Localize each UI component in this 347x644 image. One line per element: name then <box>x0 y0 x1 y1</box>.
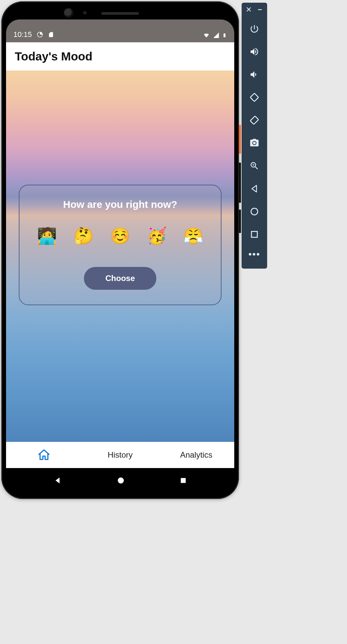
android-nav-bar <box>6 468 234 494</box>
back-button[interactable] <box>242 177 267 200</box>
rotate-left-button[interactable] <box>242 86 267 109</box>
status-time: 10:15 <box>13 30 32 39</box>
choose-button[interactable]: Choose <box>84 267 156 290</box>
home-icon <box>37 448 51 462</box>
app-bar: Today's Mood <box>6 42 234 71</box>
volume-side-rocker <box>239 163 241 203</box>
mood-option-smiling[interactable]: ☺️ <box>110 226 130 245</box>
overview-button[interactable] <box>242 223 267 246</box>
battery-icon <box>222 32 227 39</box>
sd-card-icon <box>48 31 54 38</box>
zoom-button[interactable] <box>242 154 267 177</box>
svg-point-5 <box>118 477 124 484</box>
android-home-button[interactable] <box>117 476 125 486</box>
svg-point-2 <box>251 208 258 215</box>
status-bar: 10:15 <box>6 19 234 42</box>
mood-option-thinking[interactable]: 🤔 <box>73 226 94 245</box>
proximity-sensor <box>83 11 87 14</box>
close-icon[interactable]: ✕ <box>246 5 252 14</box>
android-overview-button[interactable] <box>180 477 187 486</box>
screenshot-button[interactable] <box>242 132 267 154</box>
phone-speaker <box>101 12 139 15</box>
svg-rect-0 <box>250 93 259 102</box>
volume-down-button[interactable] <box>242 63 267 86</box>
minimize-icon[interactable]: − <box>258 5 262 14</box>
mood-options-row: 🧑‍💻 🤔 ☺️ 🥳 😤 <box>28 210 213 245</box>
nav-analytics[interactable]: Analytics <box>158 450 234 460</box>
page-title: Today's Mood <box>15 50 226 63</box>
power-button[interactable] <box>242 17 267 40</box>
bottom-nav: History Analytics <box>6 442 234 468</box>
data-saver-icon <box>37 31 43 38</box>
rotate-right-button[interactable] <box>242 109 267 132</box>
svg-rect-3 <box>251 231 257 237</box>
emulator-toolbar: ✕ − ••• <box>242 3 267 269</box>
nav-home[interactable] <box>6 448 82 462</box>
svg-rect-1 <box>250 116 259 125</box>
phone-frame: 10:15 Today's Mood How are you right now… <box>1 1 239 499</box>
phone-screen: 10:15 Today's Mood How are you right now… <box>6 6 234 494</box>
android-back-button[interactable] <box>53 476 62 486</box>
volume-up-button[interactable] <box>242 40 267 63</box>
home-button[interactable] <box>242 200 267 223</box>
mood-option-technologist[interactable]: 🧑‍💻 <box>37 226 57 245</box>
mood-prompt: How are you right now? <box>28 199 213 210</box>
content-area: How are you right now? 🧑‍💻 🤔 ☺️ 🥳 😤 Choo… <box>6 71 234 442</box>
front-camera <box>64 8 74 18</box>
svg-rect-6 <box>181 478 186 483</box>
mood-option-party[interactable]: 🥳 <box>147 226 167 245</box>
side-button <box>239 210 241 233</box>
mood-card: How are you right now? 🧑‍💻 🤔 ☺️ 🥳 😤 Choo… <box>19 185 221 305</box>
more-button[interactable]: ••• <box>242 246 267 263</box>
nav-history[interactable]: History <box>82 450 158 460</box>
cellular-icon <box>213 32 219 39</box>
power-side-button <box>239 125 241 154</box>
mood-option-triumph[interactable]: 😤 <box>183 226 203 245</box>
wifi-icon <box>203 32 210 39</box>
